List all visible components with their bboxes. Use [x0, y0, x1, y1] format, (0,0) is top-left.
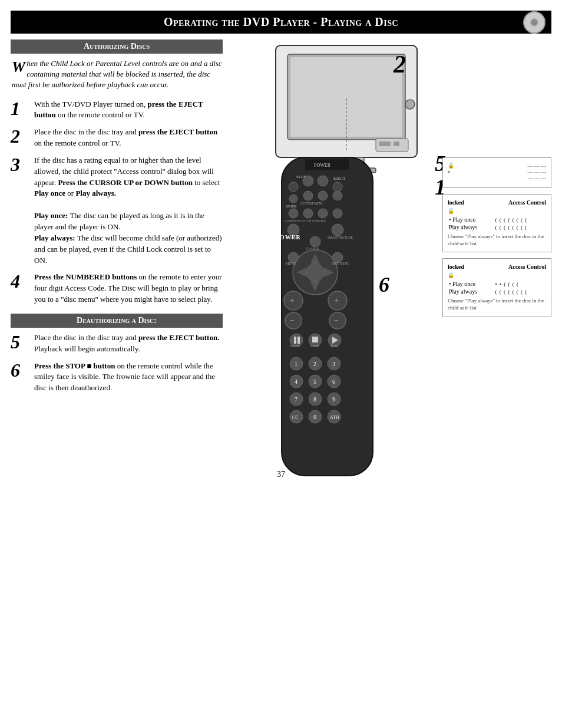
panel1-row1-label: • Play once [448, 216, 494, 223]
access-panel-1: locked Access Control 🔒 • Play once ( ( … [442, 194, 551, 252]
panel2-lock-icon: 🔒 [448, 272, 546, 278]
step-text-4: Press the NUMBERED buttons on the remote… [34, 272, 223, 305]
panel1-table: • Play once ( ( ( ( ( ( ( ( Play always … [448, 216, 546, 231]
step-text-1: With the TV/DVD Player turned on, press … [34, 99, 223, 121]
panel2-row1-dots: • • ( ( ( ( [494, 280, 546, 288]
svg-text:MODE: MODE [286, 205, 297, 208]
svg-text:+: + [290, 296, 295, 305]
step-1: 1 With the TV/DVD Player turned on, pres… [11, 99, 223, 121]
panel1-locked-label: locked [448, 199, 464, 206]
panel2-locked-label: locked [448, 263, 464, 270]
intro-text: hen the Child Lock or Parental Level con… [12, 59, 222, 89]
svg-point-24 [303, 209, 313, 218]
panel-top-lines: — — —— — —— — — [528, 163, 547, 180]
overlay-step-3a: 3 [257, 234, 267, 259]
access-panel-2: locked Access Control 🔒 • Play once • • … [442, 258, 551, 317]
svg-text:CC: CC [292, 415, 299, 420]
svg-text:2: 2 [313, 361, 316, 367]
step-text-3: If the disc has a rating equal to or hig… [34, 155, 223, 266]
panel1-lock-icon: 🔒 [448, 208, 546, 214]
step-num-3: 3 [11, 155, 29, 174]
panel2-row2-label: Play always [448, 288, 494, 295]
svg-rect-60 [312, 337, 318, 342]
panel1-row2-label: Play always [448, 223, 494, 231]
svg-text:−: − [334, 316, 339, 325]
left-column: Authorizing Discs W hen the Child Lock o… [11, 39, 229, 464]
svg-text:AUDIO  REPEAT A-B SUBTITLE: AUDIO REPEAT A-B SUBTITLE [285, 219, 326, 222]
svg-text:EJECT: EJECT [333, 176, 346, 181]
step-num-6: 6 [11, 361, 29, 380]
disc-icon [523, 11, 546, 34]
panel2-row1-label: • Play once [448, 280, 494, 288]
svg-rect-7 [379, 141, 391, 146]
svg-text:6: 6 [332, 378, 335, 385]
step-num-5: 5 [11, 332, 29, 351]
svg-text:0: 0 [313, 414, 316, 420]
svg-text:PAUSE: PAUSE [290, 344, 301, 348]
main-content: Authorizing Discs W hen the Child Lock o… [11, 39, 551, 464]
page-title: Operating the DVD Player - Playing a Dis… [164, 15, 398, 29]
svg-text:4: 4 [295, 378, 297, 385]
svg-point-26 [333, 209, 342, 218]
svg-text:MENU: MENU [286, 262, 296, 265]
svg-text:DISC MENU: DISC MENU [332, 262, 349, 265]
access-panel-top: 🔒≡ — — —— — —— — — [442, 157, 551, 188]
svg-point-13 [303, 176, 313, 186]
svg-point-15 [333, 182, 342, 192]
step-text-6: Press the STOP ■ button on the remote co… [34, 361, 223, 394]
svg-point-23 [289, 209, 298, 218]
svg-text:+: + [334, 296, 339, 305]
right-column: 2 5 1 SLEEP EJECT MODE [229, 39, 551, 464]
step-3: 3 If the disc has a rating equal to or h… [11, 155, 223, 266]
step-5: 5 Place the disc in the disc tray and pr… [11, 332, 223, 355]
svg-text:POWER: POWER [314, 163, 331, 168]
svg-text:3: 3 [332, 361, 335, 367]
svg-point-14 [318, 176, 328, 186]
remote-illustration: SLEEP EJECT MODE SYSTEM MENU AUDI [264, 154, 394, 485]
overlay-step-6: 6 [379, 272, 389, 297]
svg-point-5 [405, 100, 415, 109]
panel2-table: • Play once • • ( ( ( ( Play always ( ( … [448, 280, 546, 295]
svg-text:SYSTEM MENU: SYSTEM MENU [300, 202, 323, 205]
section-header-authorizing: Authorizing Discs [11, 39, 223, 54]
step-num-1: 1 [11, 99, 29, 118]
overlay-step-4: 4 [257, 367, 267, 391]
access-panels: 🔒≡ — — —— — —— — — locked Access Control… [442, 157, 551, 317]
overlay-step-1b: 1 [258, 269, 269, 294]
intro-paragraph: W hen the Child Lock or Parental Level c… [11, 58, 223, 91]
step-4: 4 Press the NUMBERED buttons on the remo… [11, 272, 223, 305]
panel1-row2-dots: ( ( ( ( ( ( ( ( [494, 223, 546, 231]
illustration: 2 5 1 SLEEP EJECT MODE [229, 39, 551, 464]
deauth-section: Deauthorizing a Disc: 5 Place the disc i… [11, 314, 223, 394]
step-text-2: Place the disc in the disc tray and pres… [34, 127, 223, 149]
svg-text:7: 7 [295, 396, 297, 403]
svg-rect-8 [394, 141, 399, 146]
svg-point-25 [318, 209, 328, 218]
svg-point-20 [318, 191, 328, 200]
svg-point-12 [289, 182, 298, 192]
svg-point-39 [306, 263, 324, 281]
svg-text:STOP: STOP [310, 344, 319, 348]
svg-text:−: − [290, 316, 295, 325]
overlay-step-2: 2 [394, 50, 406, 78]
svg-rect-59 [297, 337, 300, 344]
step-num-4: 4 [11, 272, 29, 291]
step-num-2: 2 [11, 127, 29, 146]
overlay-step-3b: 3 [257, 328, 267, 353]
svg-point-21 [333, 191, 342, 200]
svg-point-17 [289, 195, 297, 203]
svg-text:8: 8 [313, 396, 316, 403]
svg-point-29 [332, 224, 343, 236]
panel2-note: Choose "Play always" to insert the disc … [448, 298, 546, 311]
svg-point-32 [310, 236, 320, 247]
panel1-row1-dots: ( ( ( ( ( ( ( ( [494, 216, 546, 223]
svg-text:SMART PICTURE: SMART PICTURE [328, 236, 353, 239]
svg-text:ATH: ATH [330, 415, 339, 420]
section-header-deauth: Deauthorizing a Disc: [11, 314, 223, 328]
panel-top-locked: 🔒≡ [448, 163, 454, 174]
panel1-note: Choose "Play always" to insert the disc … [448, 233, 546, 247]
power-label: POWER [276, 234, 301, 241]
svg-text:PLAY: PLAY [330, 344, 339, 348]
panel1-title: Access Control [508, 199, 546, 206]
svg-text:9: 9 [332, 396, 335, 403]
